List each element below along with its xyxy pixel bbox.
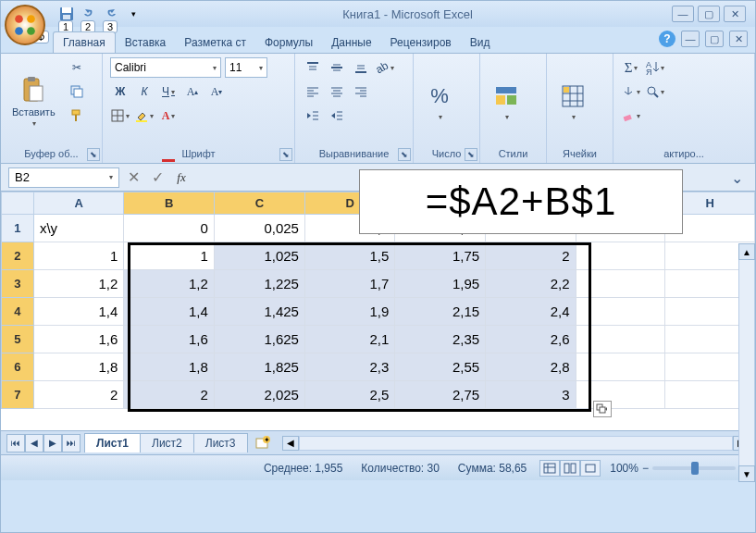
- cell-G4[interactable]: [576, 298, 665, 326]
- align-top[interactable]: [303, 57, 323, 78]
- number-format-button[interactable]: % ▾: [419, 56, 460, 146]
- zoom-out[interactable]: −: [642, 462, 649, 475]
- view-page-break[interactable]: [580, 460, 601, 477]
- cell-E6[interactable]: 2,55: [395, 353, 486, 381]
- row-header-4[interactable]: 4: [2, 298, 34, 326]
- cell-F6[interactable]: 2,8: [486, 353, 576, 381]
- increase-indent[interactable]: [327, 105, 347, 126]
- cell-G2[interactable]: [576, 242, 665, 270]
- align-middle[interactable]: [327, 57, 347, 78]
- minimize-button[interactable]: —: [672, 6, 694, 22]
- insert-sheet-button[interactable]: ✦: [253, 434, 273, 452]
- col-header-C[interactable]: C: [214, 192, 304, 215]
- copy-button[interactable]: [67, 81, 87, 102]
- cell-A5[interactable]: 1,6: [33, 326, 123, 353]
- cell-A2[interactable]: 1: [33, 242, 123, 270]
- tab-pagelayout[interactable]: Разметка стЗ: [175, 32, 255, 53]
- font-size-combo[interactable]: 11▾: [225, 57, 267, 78]
- scroll-down[interactable]: ▼: [738, 465, 755, 482]
- tab-nav-first[interactable]: ⏮: [6, 434, 25, 452]
- tab-review[interactable]: РецензировР: [381, 32, 461, 53]
- paste-button[interactable]: Вставить ▾: [6, 56, 61, 146]
- alignment-launcher[interactable]: ⬊: [398, 148, 411, 161]
- align-left[interactable]: [303, 81, 323, 102]
- cell-D5[interactable]: 2,1: [304, 326, 394, 353]
- font-launcher[interactable]: ⬊: [279, 148, 292, 161]
- autosum-button[interactable]: Σ▾: [621, 57, 641, 78]
- cell-C4[interactable]: 1,425: [214, 298, 304, 326]
- cell-G5[interactable]: [576, 326, 665, 353]
- cell-A7[interactable]: 2: [33, 381, 123, 409]
- row-header-6[interactable]: 6: [2, 353, 34, 381]
- bold-button[interactable]: Ж: [110, 81, 130, 102]
- qat-save[interactable]: 1: [56, 4, 77, 24]
- close-button[interactable]: ✕: [724, 6, 746, 22]
- workbook-close[interactable]: ✕: [729, 31, 748, 47]
- col-header-A[interactable]: A: [33, 192, 123, 215]
- qat-undo[interactable]: 2: [79, 4, 99, 24]
- tab-insert[interactable]: ВставкаС: [116, 32, 176, 53]
- cell-C6[interactable]: 1,825: [214, 353, 304, 381]
- fill-color-button[interactable]: ▾: [134, 105, 155, 126]
- row-header-2[interactable]: 2: [2, 242, 34, 270]
- align-right[interactable]: [351, 81, 371, 102]
- tab-data[interactable]: ДанныеЫ: [322, 32, 380, 53]
- shrink-font-button[interactable]: A▾: [206, 81, 227, 102]
- tab-formulas[interactable]: ФормулыУ: [255, 32, 322, 53]
- enter-formula[interactable]: ✓: [147, 167, 167, 188]
- cell-E7[interactable]: 2,75: [395, 381, 486, 409]
- cell-A4[interactable]: 1,4: [33, 298, 123, 326]
- cut-button[interactable]: ✂: [67, 57, 87, 78]
- workbook-minimize[interactable]: —: [681, 31, 700, 47]
- sheet-tab-2[interactable]: Лист2: [140, 433, 194, 452]
- number-launcher[interactable]: ⬊: [465, 148, 477, 161]
- tab-home[interactable]: ГлавнаяЯ: [53, 31, 116, 53]
- cell-C1[interactable]: 0,025: [214, 215, 304, 242]
- font-name-combo[interactable]: Calibri▾: [110, 57, 221, 78]
- cancel-formula[interactable]: ✕: [123, 167, 143, 188]
- cell-C5[interactable]: 1,625: [214, 326, 304, 353]
- row-header-5[interactable]: 5: [2, 326, 34, 353]
- cell-G6[interactable]: [576, 353, 665, 381]
- view-page-layout[interactable]: [560, 460, 580, 477]
- horizontal-scrollbar[interactable]: ◀▶: [282, 436, 750, 451]
- cell-E5[interactable]: 2,35: [395, 326, 486, 353]
- cell-B5[interactable]: 1,6: [124, 326, 214, 353]
- cell-A3[interactable]: 1,2: [33, 270, 123, 298]
- styles-button[interactable]: ▾: [486, 56, 527, 146]
- insert-function[interactable]: fx: [171, 167, 192, 188]
- tab-nav-prev[interactable]: ◀: [25, 434, 43, 452]
- cell-A6[interactable]: 1,8: [33, 353, 123, 381]
- cell-D7[interactable]: 2,5: [304, 381, 394, 409]
- tab-nav-next[interactable]: ▶: [43, 434, 62, 452]
- scroll-up[interactable]: ▲: [738, 243, 755, 260]
- cell-E3[interactable]: 1,95: [395, 270, 486, 298]
- cell-D6[interactable]: 2,3: [304, 353, 394, 381]
- cell-B4[interactable]: 1,4: [124, 298, 214, 326]
- cell-C3[interactable]: 1,225: [214, 270, 304, 298]
- italic-button[interactable]: К: [134, 81, 155, 102]
- expand-formula-bar[interactable]: ⌄: [731, 169, 748, 186]
- row-header-1[interactable]: 1: [2, 215, 34, 242]
- cell-D4[interactable]: 1,9: [304, 298, 394, 326]
- cell-B1[interactable]: 0: [124, 215, 214, 242]
- cell-C7[interactable]: 2,025: [214, 381, 304, 409]
- grow-font-button[interactable]: A▴: [182, 81, 203, 102]
- cell-G3[interactable]: [576, 270, 665, 298]
- office-button[interactable]: [5, 5, 45, 45]
- col-header-B[interactable]: B: [124, 192, 214, 215]
- cell-E4[interactable]: 2,15: [395, 298, 486, 326]
- tab-nav-last[interactable]: ⏭: [62, 434, 81, 452]
- row-header-3[interactable]: 3: [2, 270, 34, 298]
- qat-customize[interactable]: ▾: [123, 4, 143, 24]
- cell-B2[interactable]: 1: [124, 242, 214, 270]
- cell-B7[interactable]: 2: [124, 381, 214, 409]
- view-normal[interactable]: [539, 460, 560, 477]
- cell-D2[interactable]: 1,5: [304, 242, 394, 270]
- orientation[interactable]: ab▾: [375, 57, 395, 78]
- cell-F7[interactable]: 3: [486, 381, 576, 409]
- cell-F3[interactable]: 2,2: [486, 270, 576, 298]
- find-button[interactable]: ▾: [645, 81, 665, 102]
- sort-filter-button[interactable]: AЯ▾: [645, 57, 665, 78]
- font-color-button[interactable]: A▾: [158, 105, 179, 126]
